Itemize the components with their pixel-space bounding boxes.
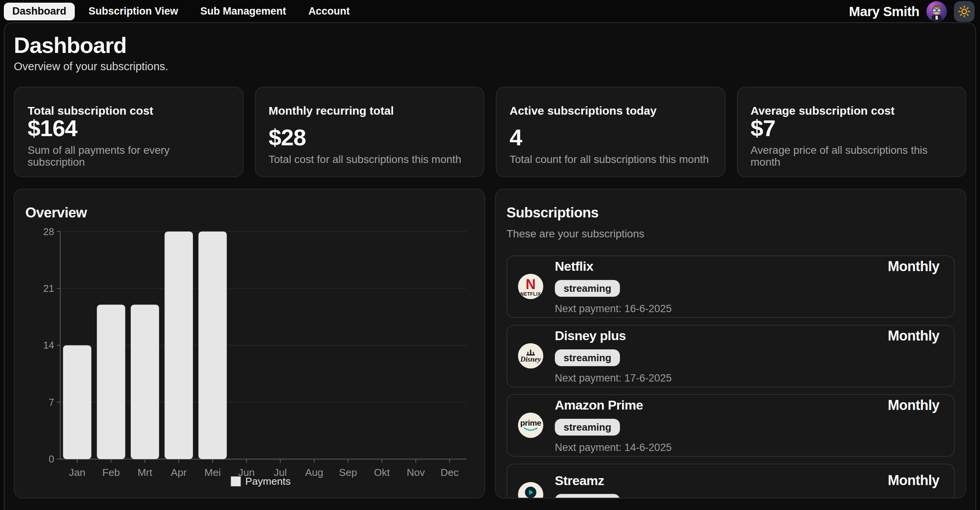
stat-card-active-subscriptions: Active subscriptions today 4 Total count…	[496, 87, 725, 177]
chart-bar	[97, 304, 125, 459]
stat-description: Total cost for all subscriptions this mo…	[269, 154, 471, 166]
user-name: Mary Smith	[849, 4, 919, 19]
subscription-row-streamz: STREAMS Streamz Monthly streaming	[506, 464, 955, 498]
x-tick-label: Sep	[339, 466, 357, 478]
x-tick-label: Aug	[305, 466, 323, 478]
payments-bar-chart: 07142128JanFebMrtAprMeiJunJulAugSepOktNo…	[25, 225, 474, 490]
stat-description: Sum of all payments for every subscripti…	[28, 145, 230, 168]
x-tick-label: Mei	[204, 466, 221, 478]
category-badge: streaming	[555, 419, 620, 436]
legend-swatch	[231, 476, 241, 486]
stat-title: Active subscriptions today	[510, 104, 712, 117]
chart-bar	[131, 304, 159, 459]
category-badge: streaming	[555, 494, 620, 498]
x-tick-label: Jan	[69, 466, 86, 478]
stat-title: Total subscription cost	[28, 104, 230, 117]
subscription-details: Netflix Monthly streaming Next payment: …	[555, 258, 939, 315]
stat-card-average-cost: Average subscription cost $7 Average pri…	[737, 87, 967, 177]
billing-cycle-label: Monthly	[888, 328, 939, 344]
legend-label: Payments	[245, 475, 291, 487]
streamz-play-icon	[525, 487, 536, 498]
netflix-logo-initial: N	[526, 278, 536, 291]
stat-description: Average price of all subscriptions this …	[751, 145, 953, 168]
subscriptions-subtitle: These are your subscriptions	[506, 228, 955, 240]
next-payment-label: Next payment: 17-6-2025	[555, 372, 939, 384]
next-payment-label: Next payment: 14-6-2025	[555, 442, 939, 454]
subscriptions-title: Subscriptions	[506, 205, 955, 221]
x-tick-label: Mrt	[138, 466, 153, 478]
user-avatar[interactable]	[926, 1, 947, 22]
stat-value: $164	[28, 117, 230, 140]
subscriptions-list: N NETFLIX Netflix Monthly streaming Next…	[506, 255, 955, 498]
nav-user-area: Mary Smith	[849, 1, 975, 22]
nav-item-account[interactable]: Account	[300, 3, 358, 20]
x-tick-label: Dec	[441, 466, 459, 478]
next-payment-label: Next payment: 16-6-2025	[555, 303, 939, 315]
stat-value: 4	[510, 126, 712, 149]
subscription-details: Disney plus Monthly streaming Next payme…	[555, 328, 939, 385]
subscription-name: Streamz	[555, 473, 604, 488]
subscription-name: Amazon Prime	[555, 398, 643, 413]
stat-title: Average subscription cost	[751, 104, 953, 117]
chart-bar	[164, 232, 193, 459]
nav-item-sub-management[interactable]: Sub Management	[192, 3, 295, 20]
page-subtitle: Overview of your subscriptions.	[14, 60, 966, 73]
content-frame: Dashboard Overview of your subscriptions…	[4, 22, 976, 510]
x-tick-label: Apr	[171, 466, 187, 478]
chart-bar	[63, 345, 91, 459]
x-tick-label: Feb	[102, 466, 120, 478]
chart-bar	[199, 232, 227, 459]
streamz-logo-icon: STREAMS	[518, 482, 543, 498]
category-badge: streaming	[555, 349, 620, 367]
billing-cycle-label: Monthly	[888, 397, 939, 413]
disney-castle-icon	[526, 349, 536, 355]
y-tick-label: 0	[49, 454, 54, 464]
subscription-name: Netflix	[555, 259, 593, 274]
sun-icon	[958, 5, 971, 18]
subscription-row-amazon-prime: prime Amazon Prime Monthly streaming Nex…	[506, 394, 955, 457]
subscription-name: Disney plus	[555, 328, 626, 343]
nav-menu: Dashboard Subscription View Sub Manageme…	[4, 3, 358, 20]
subscription-row-disney-plus: Disney Disney plus Monthly streaming Nex…	[506, 325, 955, 387]
y-tick-label: 14	[43, 340, 54, 350]
page-title: Dashboard	[14, 33, 966, 58]
subscription-details: Amazon Prime Monthly streaming Next paym…	[555, 397, 939, 454]
amazon-prime-logo-icon: prime	[518, 413, 543, 438]
theme-toggle-button[interactable]	[954, 1, 975, 22]
stats-row: Total subscription cost $164 Sum of all …	[14, 87, 966, 177]
overview-title: Overview	[25, 205, 474, 221]
disney-plus-logo-icon: Disney	[518, 343, 543, 369]
stat-card-total-cost: Total subscription cost $164 Sum of all …	[14, 87, 243, 177]
nav-item-subscription-view[interactable]: Subscription View	[80, 3, 187, 20]
billing-cycle-label: Monthly	[888, 472, 939, 489]
nav-item-dashboard[interactable]: Dashboard	[4, 3, 75, 20]
y-tick-label: 28	[43, 226, 54, 237]
overview-chart-card: Overview 07142128JanFebMrtAprMeiJunJulAu…	[14, 189, 485, 498]
x-tick-label: Nov	[407, 466, 425, 478]
y-tick-label: 7	[49, 397, 54, 408]
subscription-details: Streamz Monthly streaming	[555, 472, 939, 498]
stat-description: Total count for all subscriptions this m…	[510, 154, 712, 166]
bottom-row: Overview 07142128JanFebMrtAprMeiJunJulAu…	[14, 189, 966, 498]
subscriptions-card: Subscriptions These are your subscriptio…	[495, 189, 966, 498]
stat-title: Monthly recurring total	[269, 104, 471, 117]
subscription-row-netflix: N NETFLIX Netflix Monthly streaming Next…	[506, 255, 955, 318]
stat-value: $28	[269, 126, 471, 149]
category-badge: streaming	[555, 280, 620, 297]
netflix-logo-icon: N NETFLIX	[518, 274, 543, 299]
stat-card-monthly-total: Monthly recurring total $28 Total cost f…	[255, 87, 485, 177]
prime-logo-text: prime	[520, 419, 541, 427]
disney-logo-text: Disney	[520, 355, 541, 363]
y-tick-label: 21	[43, 283, 54, 294]
top-navigation: Dashboard Subscription View Sub Manageme…	[0, 0, 980, 22]
x-tick-label: Okt	[374, 466, 390, 478]
netflix-logo-caption: NETFLIX	[520, 292, 541, 296]
billing-cycle-label: Monthly	[888, 258, 939, 275]
stat-value: $7	[751, 117, 953, 140]
amazon-smile-icon	[523, 427, 538, 432]
